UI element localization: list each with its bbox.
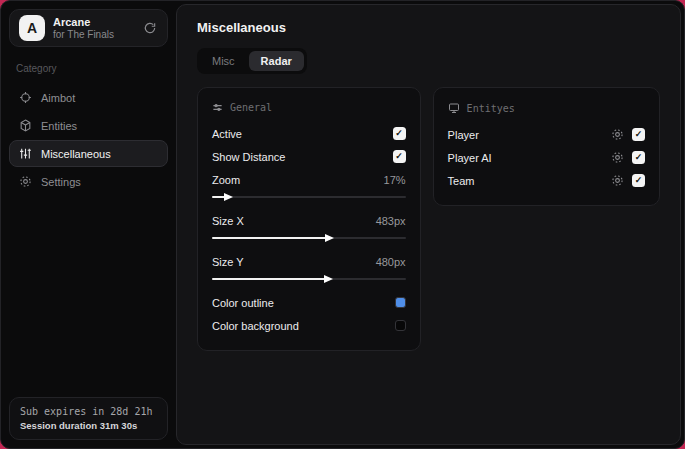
setting-row-color-outline: Color outline bbox=[212, 291, 406, 314]
gear-icon bbox=[19, 175, 32, 188]
app-logo: A bbox=[19, 15, 45, 41]
app-title: Arcane bbox=[53, 16, 134, 29]
slider-thumb[interactable] bbox=[325, 234, 334, 242]
gear-icon[interactable] bbox=[611, 151, 624, 164]
setting-label: Active bbox=[212, 128, 242, 140]
setting-row-size-y: Size Y 480px bbox=[212, 250, 406, 273]
brand-card: A Arcane for The Finals bbox=[9, 9, 168, 47]
brand-text: Arcane for The Finals bbox=[53, 16, 134, 40]
tab-radar[interactable]: Radar bbox=[249, 51, 304, 71]
slider-thumb[interactable] bbox=[324, 275, 333, 283]
monitor-icon bbox=[448, 102, 460, 114]
sidebar-item-label: Settings bbox=[41, 176, 81, 188]
entity-label: Player bbox=[448, 129, 479, 141]
tab-misc[interactable]: Misc bbox=[200, 51, 247, 71]
setting-label: Size Y bbox=[212, 256, 244, 268]
entity-row-team: Team ✓ bbox=[448, 169, 645, 192]
category-label: Category bbox=[16, 63, 168, 74]
desktop-background: { "glyphs": { "check": "✓" }, "app": { "… bbox=[0, 0, 685, 449]
setting-label: Show Distance bbox=[212, 151, 285, 163]
entity-label: Team bbox=[448, 175, 475, 187]
gear-icon[interactable] bbox=[611, 174, 624, 187]
entity-row-player: Player ✓ bbox=[448, 123, 645, 146]
sidebar-item-label: Aimbot bbox=[41, 92, 75, 104]
sidebar-item-label: Entities bbox=[41, 120, 77, 132]
sliders-icon bbox=[19, 147, 32, 160]
entities-card: Entityes Player ✓ Player AI bbox=[433, 87, 660, 206]
entity-label: Player AI bbox=[448, 152, 492, 164]
slider-thumb[interactable] bbox=[224, 193, 233, 201]
team-checkbox[interactable]: ✓ bbox=[632, 174, 645, 187]
sidebar-item-entities[interactable]: Entities bbox=[9, 112, 168, 139]
tab-bar: Misc Radar bbox=[197, 48, 307, 74]
size-y-slider[interactable] bbox=[212, 274, 406, 284]
player-checkbox[interactable]: ✓ bbox=[632, 128, 645, 141]
setting-label: Zoom bbox=[212, 174, 240, 186]
entities-header-label: Entityes bbox=[467, 103, 515, 114]
setting-label: Color background bbox=[212, 320, 299, 332]
setting-row-zoom: Zoom 17% bbox=[212, 168, 406, 191]
size-x-slider[interactable] bbox=[212, 233, 406, 243]
slider-fill bbox=[212, 237, 329, 239]
show-distance-checkbox[interactable]: ✓ bbox=[393, 150, 406, 163]
setting-row-color-background: Color background bbox=[212, 314, 406, 337]
sliders-icon bbox=[212, 102, 223, 113]
cube-icon bbox=[19, 119, 32, 132]
player-ai-checkbox[interactable]: ✓ bbox=[632, 151, 645, 164]
zoom-value: 17% bbox=[384, 174, 406, 186]
app-window: A Arcane for The Finals Category Aimbot bbox=[0, 0, 685, 449]
active-checkbox[interactable]: ✓ bbox=[393, 127, 406, 140]
general-card: General Active ✓ Show Distance ✓ Zoom 17… bbox=[197, 87, 421, 351]
main-panel: Miscellaneous Misc Radar General bbox=[176, 4, 681, 445]
sidebar: A Arcane for The Finals Category Aimbot bbox=[1, 1, 176, 448]
page-title: Miscellaneous bbox=[197, 20, 660, 35]
cards-row: General Active ✓ Show Distance ✓ Zoom 17… bbox=[197, 87, 660, 351]
color-background-swatch[interactable] bbox=[395, 320, 406, 331]
setting-label: Color outline bbox=[212, 297, 274, 309]
sidebar-item-settings[interactable]: Settings bbox=[9, 168, 168, 195]
entity-row-player-ai: Player AI ✓ bbox=[448, 146, 645, 169]
setting-row-size-x: Size X 483px bbox=[212, 209, 406, 232]
slider-fill bbox=[212, 278, 328, 280]
gear-icon[interactable] bbox=[611, 128, 624, 141]
session-duration-text: Session duration 31m 30s bbox=[20, 420, 157, 431]
sub-expiry-text: Sub expires in 28d 21h bbox=[20, 406, 157, 417]
color-outline-swatch[interactable] bbox=[395, 297, 406, 308]
general-card-header: General bbox=[212, 102, 406, 113]
size-x-value: 483px bbox=[376, 215, 406, 227]
setting-row-show-distance: Show Distance ✓ bbox=[212, 145, 406, 168]
size-y-value: 480px bbox=[376, 256, 406, 268]
refresh-icon[interactable] bbox=[142, 20, 158, 36]
slider-track bbox=[212, 196, 406, 198]
app-subtitle: for The Finals bbox=[53, 29, 134, 41]
crosshair-icon bbox=[19, 91, 32, 104]
sidebar-item-aimbot[interactable]: Aimbot bbox=[9, 84, 168, 111]
sidebar-item-label: Miscellaneous bbox=[41, 148, 111, 160]
setting-row-active: Active ✓ bbox=[212, 122, 406, 145]
setting-label: Size X bbox=[212, 215, 244, 227]
sidebar-item-miscellaneous[interactable]: Miscellaneous bbox=[9, 140, 168, 167]
entities-card-header: Entityes bbox=[448, 102, 645, 114]
general-header-label: General bbox=[230, 102, 272, 113]
zoom-slider[interactable] bbox=[212, 192, 406, 202]
subscription-card: Sub expires in 28d 21h Session duration … bbox=[9, 397, 168, 440]
